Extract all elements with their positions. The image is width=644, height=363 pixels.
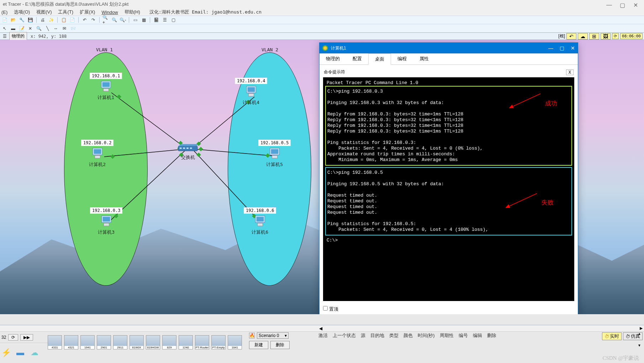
- device-palette: 4331 4321 1941 2901 2911 819I0X 819HGW 8…: [48, 332, 242, 353]
- term-line: Approximate round trip times in milli-se…: [327, 151, 570, 157]
- physical-button[interactable]: 物理的: [9, 32, 27, 40]
- minimize-icon[interactable]: —: [606, 2, 611, 7]
- maximize-icon[interactable]: ▢: [620, 2, 625, 7]
- lightning-icon[interactable]: ⚡: [1, 349, 11, 357]
- device-thumb[interactable]: 1240: [179, 335, 193, 349]
- power-cycle-icon[interactable]: ⟳: [612, 33, 619, 39]
- tab-config[interactable]: 配置: [346, 53, 368, 64]
- vlan-2-label: VLAN 2: [262, 47, 278, 52]
- menu-item[interactable]: (E): [1, 10, 7, 15]
- device-thumb[interactable]: 2911: [113, 335, 127, 349]
- tab-desktop[interactable]: 桌面: [368, 53, 391, 65]
- menu-item[interactable]: 视图(V): [36, 9, 52, 15]
- cloud-icon[interactable]: ☁: [30, 349, 39, 357]
- device-thumb[interactable]: 819HGW: [146, 335, 160, 349]
- new-file-icon[interactable]: 📄: [1, 17, 8, 23]
- dialog-titlebar[interactable]: 计算机1 — ▢ ✕: [320, 43, 578, 53]
- pc1-name: 计算机1: [97, 94, 114, 101]
- menu-item[interactable]: 扩展(X): [80, 9, 95, 15]
- device-thumb[interactable]: PT-Router: [195, 335, 209, 349]
- window-icon[interactable]: ▢: [170, 17, 176, 23]
- menu-item[interactable]: Window: [101, 10, 118, 15]
- maximize-icon[interactable]: ▢: [560, 45, 564, 51]
- notes-icon[interactable]: 📓: [153, 17, 159, 23]
- svg-rect-23: [257, 223, 263, 226]
- fast-forward-button[interactable]: ▶▶: [20, 334, 33, 341]
- cloud-icon[interactable]: ☁: [578, 33, 588, 40]
- custom-devices-icon[interactable]: ▦: [141, 17, 147, 23]
- folder-icon[interactable]: ▬: [16, 349, 25, 357]
- back-nav-icon[interactable]: ↶: [566, 33, 576, 40]
- workspace[interactable]: VLAN 1 VLAN 2 192.168.0.1 计算机1 192.168.0…: [0, 40, 644, 314]
- note-icon[interactable]: 📝: [19, 25, 25, 32]
- undo-icon[interactable]: ↶: [81, 17, 88, 23]
- delete-icon[interactable]: ✕: [27, 25, 33, 32]
- redo-icon[interactable]: ↷: [90, 17, 96, 23]
- delete-scenario-button[interactable]: 删除: [270, 341, 290, 349]
- pc3-device[interactable]: 192.168.0.3 计算机3: [90, 207, 122, 235]
- draw-palette-icon[interactable]: ▭: [132, 17, 138, 23]
- menu-item[interactable]: 帮助(H): [125, 9, 140, 15]
- device-thumb[interactable]: 1841: [228, 335, 242, 349]
- device-thumb[interactable]: 4321: [64, 335, 78, 349]
- select-icon[interactable]: ↖: [1, 25, 8, 32]
- device-thumb[interactable]: PT-Empty: [211, 335, 226, 349]
- pc1-device[interactable]: 192.168.0.1 计算机1: [90, 73, 122, 101]
- pdu-icon[interactable]: ✉: [61, 25, 68, 32]
- resize-icon[interactable]: ↔: [53, 25, 59, 32]
- paste-icon[interactable]: 📄: [69, 17, 75, 23]
- draw-line-icon[interactable]: ╲: [44, 25, 51, 32]
- hand-icon[interactable]: ▬: [10, 25, 16, 32]
- command-prompt-title: 命令提示符: [324, 69, 345, 75]
- pin-top-checkbox[interactable]: 置顶: [323, 306, 338, 312]
- zoom-in-icon[interactable]: 🔍+: [102, 17, 109, 23]
- terminal[interactable]: Packet Tracer PC Command Line 1.0 C:\>pi…: [323, 77, 574, 301]
- dialog-title-text: 计算机1: [331, 45, 346, 51]
- close-icon[interactable]: ✕: [633, 2, 638, 7]
- pc2-device[interactable]: 192.168.0.2 计算机2: [81, 140, 114, 168]
- close-icon[interactable]: ✕: [571, 45, 575, 51]
- fail-annotation: 失败: [542, 200, 554, 206]
- image-icon[interactable]: 🖼: [601, 33, 611, 40]
- list-icon[interactable]: ☰: [162, 17, 168, 23]
- inspect-icon[interactable]: 🔍: [36, 25, 42, 32]
- save-icon[interactable]: 💾: [27, 17, 33, 23]
- switch-device[interactable]: 交换机: [178, 143, 198, 161]
- tab-physical[interactable]: 物理的: [320, 53, 346, 64]
- open-icon[interactable]: 📂: [10, 17, 16, 23]
- device-thumb[interactable]: 2901: [97, 335, 111, 349]
- pc5-device[interactable]: 192.168.0.5 计算机5: [258, 140, 291, 168]
- device-thumb[interactable]: 1941: [80, 335, 95, 349]
- realtime-button[interactable]: ⏱实时: [602, 332, 622, 340]
- scroll-down-icon[interactable]: ▼: [638, 343, 641, 347]
- list-toggle-icon[interactable]: ☰: [1, 33, 8, 40]
- copy-icon[interactable]: 📋: [60, 17, 67, 23]
- tab-attributes[interactable]: 属性: [413, 53, 435, 64]
- close-prompt-button[interactable]: X: [566, 69, 574, 75]
- pc4-device[interactable]: 192.168.0.4 计算机4: [235, 78, 267, 106]
- scenario-select[interactable]: Scenario 0▾: [257, 332, 289, 339]
- wizard-icon[interactable]: ✨: [48, 17, 54, 23]
- zoom-reset-icon[interactable]: 🔍: [111, 17, 117, 23]
- menu-item[interactable]: 选项(O): [14, 9, 30, 15]
- pc1-dialog[interactable]: 计算机1 — ▢ ✕ 物理的 配置 桌面 编程 属性 命令提示符 X Packe…: [319, 42, 578, 314]
- print-icon[interactable]: 🖨: [39, 17, 46, 23]
- success-block: C:\>ping 192.168.0.3 Pinging 192.168.0.3…: [325, 86, 572, 166]
- device-thumb[interactable]: 819I0X: [130, 335, 144, 349]
- scroll-up-icon[interactable]: ▲: [638, 332, 641, 336]
- new-scenario-button[interactable]: 新建: [249, 341, 268, 349]
- term-line: Pinging 192.168.0.5 with 32 bytes of dat…: [327, 181, 570, 187]
- menu-item[interactable]: 工具(T): [58, 9, 73, 15]
- device-thumb[interactable]: 4331: [48, 335, 62, 349]
- reset-button[interactable]: ⟳: [8, 334, 18, 341]
- pc6-device[interactable]: 192.168.0.6 计算机6: [244, 207, 276, 235]
- tab-programming[interactable]: 编程: [391, 53, 413, 64]
- svg-rect-8: [103, 89, 109, 92]
- minimize-icon[interactable]: —: [548, 45, 553, 51]
- map-icon[interactable]: ⊞: [589, 33, 599, 40]
- fire-icon[interactable]: 🔥: [249, 333, 255, 338]
- device-thumb[interactable]: 829: [162, 335, 176, 349]
- zoom-out-icon[interactable]: 🔍-: [120, 17, 126, 23]
- complex-pdu-icon[interactable]: 📨: [70, 25, 76, 32]
- wrench-icon[interactable]: 🔧: [19, 17, 25, 23]
